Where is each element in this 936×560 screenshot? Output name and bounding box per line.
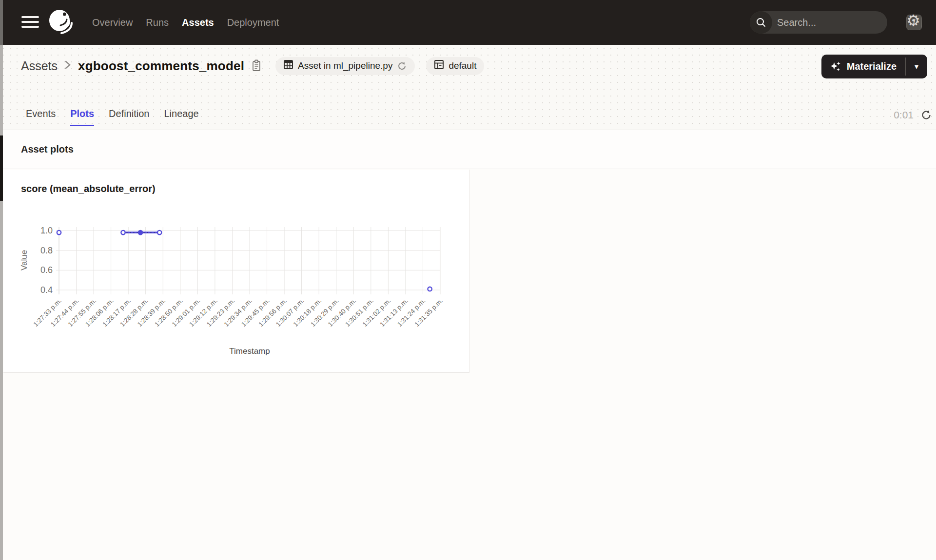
code-location-label: default — [448, 60, 476, 71]
section-title: Asset plots — [21, 144, 74, 155]
search-input[interactable] — [772, 17, 906, 28]
window-edge-artifact — [0, 0, 3, 560]
asset-definition-chip[interactable]: Asset in ml_pipeline.py — [275, 57, 415, 75]
nav-item-overview[interactable]: Overview — [92, 17, 133, 28]
plot-card: score (mean_absolute_error) 1.00.80.60.4… — [3, 170, 469, 373]
svg-text:0.8: 0.8 — [40, 246, 53, 255]
materialize-dropdown-button[interactable]: ▾ — [906, 55, 927, 78]
tab-events[interactable]: Events — [26, 108, 56, 126]
menu-icon[interactable] — [21, 16, 39, 29]
svg-text:Value: Value — [20, 250, 29, 270]
svg-text:1.0: 1.0 — [40, 226, 53, 235]
copy-asset-name-button[interactable] — [251, 59, 262, 72]
gear-icon[interactable]: ⚙ — [906, 13, 920, 28]
asset-header: Assets xgboost_comments_model — [0, 45, 936, 130]
top-navbar: Overview Runs Assets Deployment / ⚙ — [0, 0, 936, 45]
tab-definition[interactable]: Definition — [109, 108, 149, 126]
refresh-icon[interactable] — [920, 109, 932, 121]
breadcrumb-assets-link[interactable]: Assets — [21, 59, 58, 73]
tabs-bar: Events Plots Definition Lineage 0:01 — [0, 108, 936, 130]
chevron-right-icon — [64, 59, 71, 72]
nav-items: Overview Runs Assets Deployment — [92, 0, 279, 45]
materialize-split-button: Materialize ▾ — [821, 55, 927, 78]
reload-definition-icon[interactable] — [397, 61, 407, 71]
repo-icon — [434, 59, 444, 72]
breadcrumb: Assets xgboost_comments_model — [21, 54, 484, 78]
nav-item-assets[interactable]: Assets — [182, 17, 214, 28]
asset-plots-section-header: Asset plots — [0, 130, 936, 169]
window-edge-shade — [0, 0, 3, 45]
nav-item-deployment[interactable]: Deployment — [227, 17, 279, 28]
sparkle-icon — [829, 60, 842, 73]
code-location-chip[interactable]: default — [426, 57, 484, 75]
nav-item-runs[interactable]: Runs — [146, 17, 169, 28]
table-icon — [283, 59, 293, 72]
refresh-timer: 0:01 — [894, 109, 914, 121]
dagster-logo[interactable] — [47, 8, 76, 37]
materialize-label: Materialize — [847, 61, 897, 72]
materialize-button[interactable]: Materialize — [821, 55, 905, 78]
plot-svg: 1.00.80.60.41:27:33 p.m.1:27:44 p.m.1:27… — [3, 170, 469, 373]
search-icon — [750, 11, 772, 34]
tab-plots[interactable]: Plots — [70, 108, 94, 126]
svg-text:Timestamp: Timestamp — [229, 347, 270, 356]
search-box[interactable]: / — [750, 11, 887, 34]
svg-text:0.6: 0.6 — [40, 265, 53, 275]
page-title: xgboost_comments_model — [78, 58, 244, 74]
asset-definition-label: Asset in ml_pipeline.py — [298, 60, 392, 71]
window-edge-dark-blob — [0, 135, 3, 201]
tab-lineage[interactable]: Lineage — [164, 108, 198, 126]
svg-text:0.4: 0.4 — [40, 285, 53, 295]
